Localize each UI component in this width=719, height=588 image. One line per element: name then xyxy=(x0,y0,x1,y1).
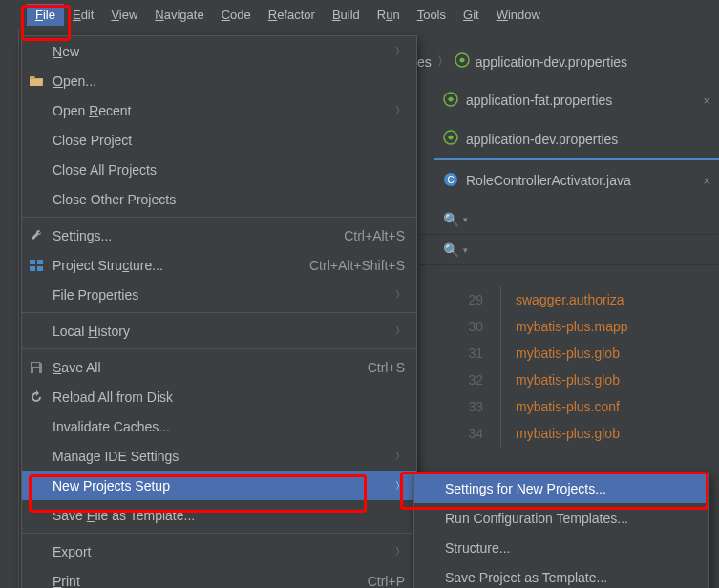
menu-item-label: Export xyxy=(53,544,395,559)
code-content[interactable]: swagger.authorizamybatis-plus.mappmybati… xyxy=(516,286,628,447)
menu-item-save-all[interactable]: Save AllCtrl+S xyxy=(22,352,416,382)
menu-item-project-structure[interactable]: Project Structure...Ctrl+Alt+Shift+S xyxy=(22,250,416,280)
menu-git[interactable]: Git xyxy=(455,4,488,26)
code-line[interactable]: mybatis-plus.glob xyxy=(516,420,628,447)
menu-item-settings[interactable]: Settings...Ctrl+Alt+S xyxy=(22,220,416,250)
menu-item-new-projects-setup[interactable]: New Projects Setup〉 xyxy=(22,471,416,500)
menu-item-label: Save Project as Template... xyxy=(445,570,697,585)
chevron-right-icon: 〉 xyxy=(395,104,405,117)
menu-item-label: Settings... xyxy=(53,228,344,243)
tool-window-bar[interactable] xyxy=(0,29,19,588)
file-menu-dropdown: New〉Open...Open Recent〉Close ProjectClos… xyxy=(21,35,417,588)
menu-run[interactable]: Run xyxy=(369,4,409,26)
menu-window[interactable]: Window xyxy=(488,4,549,26)
line-number: 30 xyxy=(420,313,483,340)
chevron-down-icon[interactable]: ▾ xyxy=(463,215,468,224)
menu-item-close-all-projects[interactable]: Close All Projects xyxy=(22,155,416,184)
menu-item-close-other-projects[interactable]: Close Other Projects xyxy=(22,184,416,214)
menu-item-label: Project Structure... xyxy=(53,258,309,273)
close-icon[interactable]: × xyxy=(703,94,710,108)
tab-rolecontrolleractivator-java[interactable]: CRoleControllerActivator.java× xyxy=(434,160,719,200)
search-bar[interactable]: 🔍▾ xyxy=(420,204,718,235)
menu-refactor[interactable]: Refactor xyxy=(260,4,324,26)
tab-label: RoleControllerActivator.java xyxy=(466,173,631,188)
save-icon xyxy=(28,359,45,376)
menu-shortcut: Ctrl+Alt+Shift+S xyxy=(309,258,405,273)
menu-item-invalidate-caches[interactable]: Invalidate Caches... xyxy=(22,411,416,441)
menu-file[interactable]: File xyxy=(27,4,64,26)
line-number: 34 xyxy=(420,420,483,447)
svg-rect-10 xyxy=(33,368,39,373)
spring-icon xyxy=(443,130,458,148)
line-number: 29 xyxy=(420,286,483,313)
menu-edit[interactable]: Edit xyxy=(64,4,102,26)
menu-tools[interactable]: Tools xyxy=(409,4,455,26)
menu-item-open-recent[interactable]: Open Recent〉 xyxy=(22,95,416,125)
close-icon[interactable]: × xyxy=(703,174,710,188)
menu-item-reload-all-from-disk[interactable]: Reload All from Disk xyxy=(22,382,416,411)
menu-item-local-history[interactable]: Local History〉 xyxy=(22,316,416,346)
folder-open-icon xyxy=(28,73,45,90)
submenu-item-structure[interactable]: Structure... xyxy=(414,533,708,562)
chevron-down-icon[interactable]: ▾ xyxy=(463,245,468,255)
editor-search-stack: 🔍▾ 🔍▾ xyxy=(420,204,718,265)
menu-item-label: Structure... xyxy=(445,540,697,556)
tab-application-fat-properties[interactable]: application-fat.properties× xyxy=(434,80,719,120)
code-line[interactable]: swagger.authoriza xyxy=(516,286,628,313)
search-bar-secondary[interactable]: 🔍▾ xyxy=(420,235,718,265)
menu-item-label: New Projects Setup xyxy=(53,478,395,494)
menu-item-label: Open... xyxy=(53,74,405,89)
spring-leaf-icon xyxy=(455,52,470,71)
chevron-right-icon: 〉 xyxy=(395,479,405,493)
submenu-item-save-project-as-template[interactable]: Save Project as Template... xyxy=(414,562,708,588)
svg-rect-6 xyxy=(37,260,43,264)
menu-item-export[interactable]: Export〉 xyxy=(22,536,416,566)
wrench-icon xyxy=(28,227,45,244)
line-number: 31 xyxy=(420,340,483,367)
menu-separator xyxy=(22,533,416,534)
menu-item-save-file-as-template[interactable]: Save File as Template... xyxy=(22,500,416,530)
breadcrumb-file[interactable]: application-dev.properties xyxy=(476,54,627,70)
menu-item-close-project[interactable]: Close Project xyxy=(22,125,416,155)
menu-item-manage-ide-settings[interactable]: Manage IDE Settings〉 xyxy=(22,441,416,471)
svg-rect-9 xyxy=(32,363,39,367)
menu-item-label: New xyxy=(53,44,395,59)
code-line[interactable]: mybatis-plus.mapp xyxy=(516,313,628,340)
editor-tabs: application-fat.properties×application-d… xyxy=(434,80,719,200)
project-icon xyxy=(28,257,45,274)
menu-item-label: Close Project xyxy=(53,133,405,148)
java-class-icon: C xyxy=(443,172,458,190)
spring-icon xyxy=(443,92,458,110)
reload-icon xyxy=(28,388,45,406)
tab-label: application-dev.properties xyxy=(466,132,618,147)
menu-item-label: Manage IDE Settings xyxy=(53,449,395,464)
code-line[interactable]: mybatis-plus.conf xyxy=(516,393,628,420)
chevron-right-icon: 〉 xyxy=(395,450,405,463)
menu-item-print[interactable]: PrintCtrl+P xyxy=(22,566,416,588)
menu-item-new[interactable]: New〉 xyxy=(22,36,416,66)
menu-shortcut: Ctrl+S xyxy=(368,360,405,375)
menu-item-label: Save All xyxy=(53,360,368,375)
menu-item-open[interactable]: Open... xyxy=(22,66,416,95)
line-gutter: 293031323334 xyxy=(420,286,501,447)
tab-label: application-fat.properties xyxy=(466,93,612,108)
menu-separator xyxy=(22,217,416,218)
menu-item-label: Print xyxy=(53,574,368,589)
tab-application-dev-properties[interactable]: application-dev.properties xyxy=(434,120,719,160)
menu-view[interactable]: View xyxy=(102,4,146,26)
code-line[interactable]: mybatis-plus.glob xyxy=(516,367,628,393)
menu-bar: FileEditViewNavigateCodeRefactorBuildRun… xyxy=(0,0,719,29)
menu-item-label: Save File as Template... xyxy=(53,508,405,523)
submenu-item-settings-for-new-projects[interactable]: Settings for New Projects... xyxy=(414,473,708,503)
line-number: 32 xyxy=(420,367,483,393)
line-number: 33 xyxy=(420,393,483,420)
code-line[interactable]: mybatis-plus.glob xyxy=(516,340,628,367)
submenu-item-run-configuration-templates[interactable]: Run Configuration Templates... xyxy=(414,503,708,533)
menu-build[interactable]: Build xyxy=(324,4,369,26)
search-icon: 🔍 xyxy=(443,242,459,258)
svg-rect-5 xyxy=(30,260,35,264)
menu-item-file-properties[interactable]: File Properties〉 xyxy=(22,280,416,309)
menu-item-label: Close All Projects xyxy=(53,162,405,178)
menu-code[interactable]: Code xyxy=(213,4,260,26)
menu-navigate[interactable]: Navigate xyxy=(146,4,212,26)
